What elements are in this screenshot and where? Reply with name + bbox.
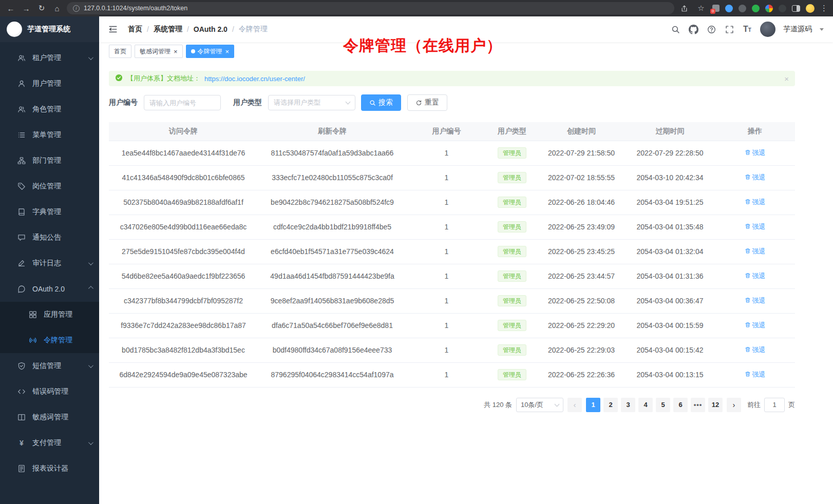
- sidebar-item-menu[interactable]: 菜单管理: [0, 122, 99, 148]
- sidebar-item-post[interactable]: 岗位管理: [0, 173, 99, 199]
- font-size-icon[interactable]: TT: [742, 24, 752, 34]
- github-icon[interactable]: [688, 24, 698, 34]
- sidebar-item-tenant[interactable]: 租户管理: [0, 45, 99, 71]
- sidebar-item-label: 菜单管理: [32, 130, 61, 140]
- browser-actions: ☆ ⋮: [678, 3, 828, 14]
- sidebar-item-sms[interactable]: 短信管理: [0, 353, 99, 379]
- sidebar-item-report-designer[interactable]: 报表设计器: [0, 456, 99, 481]
- tab-0[interactable]: 首页: [109, 45, 131, 58]
- browser-menu-icon[interactable]: ⋮: [820, 4, 828, 13]
- sidebar-toggle-icon[interactable]: [792, 5, 800, 12]
- fullscreen-icon[interactable]: [724, 24, 734, 34]
- close-icon[interactable]: ×: [784, 75, 789, 83]
- sidebar-item-sensitive-word[interactable]: 敏感词管理: [0, 404, 99, 430]
- bookmark-star-icon[interactable]: ☆: [695, 3, 707, 14]
- force-logout-button[interactable]: 强退: [745, 345, 766, 355]
- force-logout-button[interactable]: 强退: [745, 198, 766, 207]
- column-header: 访问令牌: [109, 122, 258, 141]
- extension-badge-icon[interactable]: [712, 5, 720, 12]
- reload-icon[interactable]: ↻: [36, 3, 47, 14]
- extension-blue-icon[interactable]: [725, 5, 733, 12]
- chevron-down-icon: [88, 55, 93, 60]
- page-button-6[interactable]: 6: [673, 398, 688, 412]
- force-logout-button[interactable]: 强退: [745, 148, 766, 158]
- prev-page-button[interactable]: ‹: [567, 398, 582, 412]
- back-icon[interactable]: ←: [5, 3, 16, 14]
- cell-expire-time: 2054-03-04 00:36:47: [625, 288, 715, 313]
- force-logout-button[interactable]: 强退: [745, 247, 766, 256]
- extension-green-icon[interactable]: [752, 5, 760, 12]
- sidebar-item-dict[interactable]: 字典管理: [0, 199, 99, 225]
- force-logout-button[interactable]: 强退: [745, 173, 766, 182]
- chevron-down-icon: [555, 401, 560, 406]
- user-avatar[interactable]: [760, 22, 775, 37]
- force-logout-button[interactable]: 强退: [745, 296, 766, 305]
- cell-user-type: 管理员: [486, 362, 538, 387]
- table-row: 1ea5e44f8bc1467aaede43144f31de76 811c530…: [109, 141, 795, 165]
- sidebar-item-oauth2-app[interactable]: 应用管理: [0, 302, 99, 327]
- breadcrumb-item[interactable]: 首页: [128, 25, 142, 34]
- sidebar-item-user[interactable]: 用户管理: [0, 71, 99, 96]
- user-type-placeholder: 请选择用户类型: [274, 98, 320, 107]
- page-button-2[interactable]: 2: [603, 398, 618, 412]
- sidebar-item-role[interactable]: 角色管理: [0, 96, 99, 122]
- page-button-4[interactable]: 4: [638, 398, 653, 412]
- chevron-down-icon[interactable]: [820, 28, 824, 31]
- force-logout-button[interactable]: 强退: [745, 272, 766, 281]
- extension-pinwheel-icon[interactable]: [765, 5, 773, 12]
- trash-icon: [745, 174, 751, 182]
- goto-label: 前往: [747, 400, 761, 410]
- force-logout-button[interactable]: 强退: [745, 370, 766, 379]
- page-button-12[interactable]: 12: [708, 398, 723, 412]
- address-bar[interactable]: i 127.0.0.1:1024/system/oauth2/token: [67, 2, 674, 14]
- force-logout-button[interactable]: 强退: [745, 321, 766, 330]
- extension-dark-icon[interactable]: [739, 5, 746, 12]
- collapse-sidebar-icon[interactable]: [108, 24, 119, 34]
- reset-button[interactable]: 重置: [407, 94, 447, 111]
- sidebar-item-audit-log[interactable]: 审计日志: [0, 250, 99, 276]
- app-title: 芋道管理系统: [27, 25, 70, 34]
- list-icon: [17, 131, 26, 139]
- sidebar-item-pay[interactable]: ¥支付管理: [0, 430, 99, 456]
- browser-chrome: ← → ↻ ⌂ i 127.0.0.1:1024/system/oauth2/t…: [0, 0, 833, 16]
- extension-paw-icon[interactable]: [779, 5, 786, 12]
- user-type-tag: 管理员: [498, 246, 526, 257]
- sidebar-item-dept[interactable]: 部门管理: [0, 148, 99, 173]
- close-icon[interactable]: ×: [174, 48, 178, 55]
- share-icon[interactable]: [678, 3, 690, 14]
- search-icon[interactable]: [670, 24, 680, 34]
- search-button[interactable]: 搜索: [361, 94, 401, 111]
- alert-text: 【用户体系】文档地址：: [127, 74, 200, 83]
- next-page-button[interactable]: ›: [727, 398, 741, 412]
- sidebar-item-oauth2[interactable]: OAuth 2.0: [0, 276, 99, 302]
- tab-1[interactable]: 敏感词管理×: [135, 45, 183, 58]
- close-icon[interactable]: ×: [225, 48, 230, 55]
- force-logout-button[interactable]: 强退: [745, 222, 766, 231]
- breadcrumb-item[interactable]: OAuth 2.0: [194, 25, 228, 33]
- site-info-icon[interactable]: i: [73, 5, 80, 12]
- browser-profile-avatar[interactable]: [806, 4, 815, 13]
- breadcrumb-item[interactable]: 系统管理: [154, 25, 182, 34]
- page-more[interactable]: •••: [691, 398, 705, 412]
- sidebar-item-notice[interactable]: 通知公告: [0, 225, 99, 250]
- sidebar-item-label: OAuth 2.0: [32, 285, 65, 293]
- breadcrumb-separator: /: [147, 25, 149, 33]
- user-id-input[interactable]: [144, 95, 221, 110]
- page-button-1[interactable]: 1: [586, 398, 600, 412]
- page-button-5[interactable]: 5: [656, 398, 670, 412]
- cell-user-type: 管理员: [486, 288, 538, 313]
- sidebar-item-error-code[interactable]: 错误码管理: [0, 379, 99, 404]
- reset-button-label: 重置: [425, 98, 439, 107]
- goto-page-input[interactable]: [764, 398, 785, 412]
- trash-icon: [745, 199, 751, 206]
- sidebar-item-oauth2-token[interactable]: 令牌管理: [0, 327, 99, 353]
- home-icon[interactable]: ⌂: [51, 3, 63, 14]
- forward-icon[interactable]: →: [21, 3, 32, 14]
- help-icon[interactable]: [706, 24, 716, 34]
- page-size-select[interactable]: 10条/页: [516, 398, 563, 412]
- user-type-select[interactable]: 请选择用户类型: [268, 95, 355, 110]
- doc-link[interactable]: https://doc.iocoder.cn/user-center/: [204, 75, 305, 83]
- tab-2[interactable]: 令牌管理×: [186, 45, 235, 58]
- cell-expire-time: 2022-07-29 22:28:50: [625, 141, 715, 165]
- page-button-3[interactable]: 3: [621, 398, 635, 412]
